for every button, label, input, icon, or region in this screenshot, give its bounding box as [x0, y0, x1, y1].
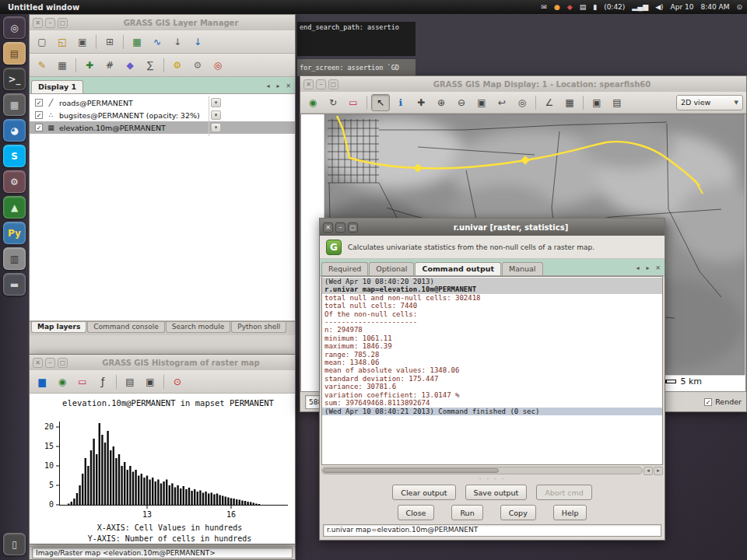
add-raster-icon[interactable]: ▦	[128, 33, 146, 51]
ubuntu-one-icon[interactable]: ●	[554, 0, 560, 14]
pan-icon[interactable]: ✚	[412, 94, 430, 111]
trash-launcher[interactable]: ▯	[3, 533, 26, 555]
clear-output-button[interactable]: Clear output	[392, 485, 455, 500]
overlay-icon[interactable]: ▦	[560, 94, 579, 111]
layer-options-chevron[interactable]: ▾	[211, 98, 221, 107]
tab-optional[interactable]: Optional	[369, 262, 414, 275]
volume-icon[interactable]: ◀)	[655, 0, 663, 14]
histogram-options-icon[interactable]: ▆	[33, 373, 51, 390]
quit-icon[interactable]: ⊙	[168, 373, 187, 390]
attribute-table-icon[interactable]: ▦	[53, 57, 72, 74]
edit-vector-icon[interactable]: ✎	[33, 57, 51, 74]
tab-search-module[interactable]: Search module	[166, 322, 231, 333]
minimize-icon[interactable]: –	[335, 222, 345, 233]
minimize-icon[interactable]: –	[45, 18, 55, 28]
messaging-icon[interactable]: ✉	[541, 0, 547, 14]
text-font-icon[interactable]: ƒ	[93, 373, 112, 390]
map-display-titlebar[interactable]: ✕ – ▢ GRASS GIS Map Display: 1 - Locatio…	[300, 76, 746, 92]
layer-row[interactable]: ✓▦elevation.10m@PERMANENT▾	[30, 121, 295, 134]
network-signal-icon[interactable]: ▂▄▆	[632, 0, 648, 14]
close-icon[interactable]: ✕	[33, 358, 43, 368]
query-icon[interactable]: ℹ	[391, 94, 410, 111]
add-vector-icon[interactable]: ∿	[148, 33, 167, 51]
maximize-icon[interactable]: ▢	[58, 358, 68, 368]
date-label[interactable]: Apr 10	[671, 0, 694, 14]
save-icon[interactable]: ▣	[141, 373, 160, 390]
graphical-modeler-icon[interactable]: ◆	[121, 57, 139, 74]
run-button[interactable]: Run	[451, 505, 482, 520]
screenshot-launcher[interactable]: ▦	[3, 93, 26, 116]
erase-display-icon[interactable]: ▭	[344, 94, 363, 111]
erase-icon[interactable]: ▭	[73, 373, 92, 390]
tab-next-icon[interactable]: ▸	[273, 80, 283, 91]
new-display-icon[interactable]: ⊞	[100, 33, 119, 51]
close-icon[interactable]: ✕	[303, 79, 314, 89]
save-output-button[interactable]: Save output	[465, 485, 528, 500]
layer-checkbox[interactable]: ✓	[35, 124, 43, 131]
maximize-icon[interactable]: ▢	[328, 79, 338, 89]
minimize-icon[interactable]: –	[316, 79, 326, 89]
tab-close-icon[interactable]: ✕	[283, 80, 293, 91]
import-raster-icon[interactable]: ↓	[168, 33, 187, 51]
archive-launcher[interactable]: ▥	[3, 247, 26, 270]
media-settings-launcher[interactable]: ⚙	[3, 170, 26, 193]
help-target-icon[interactable]: ◎	[209, 57, 227, 74]
terminal-output[interactable]: end_search_path: assertio	[297, 22, 416, 56]
import-vector-icon[interactable]: ↓	[188, 33, 207, 51]
render-display-icon[interactable]: ↻	[324, 94, 342, 111]
pointer-icon[interactable]: ↖	[371, 94, 390, 111]
zoom-back-icon[interactable]: ↩	[493, 94, 511, 111]
minimize-icon[interactable]: –	[45, 358, 55, 368]
help-button[interactable]: Help	[553, 505, 587, 520]
georectify-icon[interactable]: #	[100, 57, 119, 74]
zoom-extent-icon[interactable]: ▣	[472, 94, 491, 111]
tab-manual[interactable]: Manual	[502, 262, 543, 275]
layer-row[interactable]: ✓╱roads@PERMANENT▾	[30, 96, 295, 109]
scroll-right-icon[interactable]: ▸	[654, 467, 663, 475]
layer-tree[interactable]: ✓╱roads@PERMANENT▾✓∴bugsites@PERMANENT (…	[30, 94, 295, 321]
session-menu-icon[interactable]: ⊙	[736, 0, 742, 14]
runivar-titlebar[interactable]: ✕ – ▢ r.univar [raster, statistics]	[320, 219, 665, 236]
time-label[interactable]: 8:40 AM	[700, 0, 729, 14]
layer-row[interactable]: ✓∴bugsites@PERMANENT (opacity: 32%)▾	[30, 109, 295, 121]
render-histogram-icon[interactable]: ◉	[53, 373, 72, 390]
save-display-icon[interactable]: ▣	[587, 94, 606, 111]
scrollbar-thumb[interactable]	[323, 468, 499, 473]
copy-button[interactable]: Copy	[500, 505, 536, 520]
bluetooth-icon[interactable]: ◆	[567, 0, 573, 14]
view-mode-select[interactable]: 2D view ▼	[676, 95, 743, 110]
tab-map-layers[interactable]: Map layers	[31, 322, 86, 333]
keyboard-indicator-icon[interactable]: ▤	[580, 0, 587, 14]
histogram-titlebar[interactable]: ✕ – ▢ GRASS GIS Histogram of raster map	[30, 355, 295, 370]
console-hscrollbar[interactable]: ◂ ▸	[321, 466, 663, 475]
python-launcher[interactable]: Py	[3, 222, 26, 244]
settings-icon[interactable]: ⚙	[188, 57, 207, 74]
disks-launcher[interactable]: ▬	[3, 273, 26, 296]
analyze-icon[interactable]: ∠	[540, 94, 559, 111]
close-button[interactable]: Close	[398, 505, 435, 520]
print-display-icon[interactable]: ▤	[608, 94, 626, 111]
tab-next-icon[interactable]: ▸	[643, 262, 653, 273]
zoom-menu-icon[interactable]: ◎	[513, 94, 531, 111]
terminal-launcher[interactable]: >_	[3, 68, 26, 90]
tab-close-icon[interactable]: ✕	[653, 262, 663, 273]
scrollbar-track[interactable]	[321, 467, 643, 474]
open-workspace-icon[interactable]: ◱	[53, 33, 72, 51]
layer-options-chevron[interactable]: ▾	[211, 123, 221, 132]
browser-launcher[interactable]: ◕	[3, 119, 26, 142]
battery-icon[interactable]: ▮	[593, 0, 597, 14]
tab-python-shell[interactable]: Python shell	[231, 322, 286, 333]
command-output[interactable]: (Wed Apr 10 08:40:20 2013)r.univar map=e…	[321, 276, 663, 465]
tab-required[interactable]: Required	[321, 262, 368, 275]
layer-options-chevron[interactable]: ▾	[211, 110, 221, 120]
tab-command-output[interactable]: Command output	[415, 262, 501, 275]
new-workspace-icon[interactable]: ▢	[33, 33, 51, 51]
zoom-out-icon[interactable]: ⊖	[452, 94, 471, 111]
grass-gis-launcher[interactable]: ▲	[3, 196, 26, 219]
tab-prev-icon[interactable]: ◂	[633, 262, 643, 273]
layer-manager-titlebar[interactable]: ✕ – ▢ GRASS GIS Layer Manager	[30, 15, 295, 30]
maximize-icon[interactable]: ▢	[348, 222, 358, 233]
mapcalc-icon[interactable]: ∑	[141, 57, 160, 74]
zoom-in-icon[interactable]: ⊕	[432, 94, 451, 111]
tab-display-1[interactable]: Display 1	[31, 80, 83, 93]
